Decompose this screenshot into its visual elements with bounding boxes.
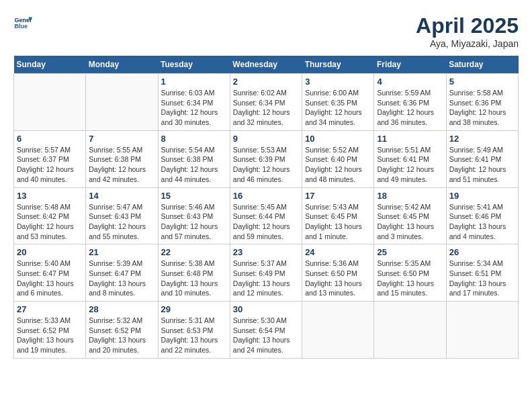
- calendar-cell: 4Sunrise: 5:59 AMSunset: 6:36 PMDaylight…: [374, 74, 446, 131]
- weekday-header-monday: Monday: [86, 56, 158, 74]
- calendar-cell: [374, 302, 446, 359]
- day-number: 1: [161, 77, 227, 87]
- calendar-cell: 7Sunrise: 5:55 AMSunset: 6:38 PMDaylight…: [86, 130, 158, 187]
- calendar-cell: 14Sunrise: 5:47 AMSunset: 6:43 PMDayligh…: [86, 187, 158, 244]
- day-number: 23: [233, 247, 299, 257]
- day-info: Sunrise: 5:35 AMSunset: 6:50 PMDaylight:…: [377, 259, 443, 298]
- day-info: Sunrise: 6:02 AMSunset: 6:34 PMDaylight:…: [233, 88, 299, 128]
- calendar-cell: 11Sunrise: 5:51 AMSunset: 6:41 PMDayligh…: [374, 130, 446, 187]
- week-row-3: 20Sunrise: 5:40 AMSunset: 6:47 PMDayligh…: [14, 244, 519, 302]
- calendar-cell: 12Sunrise: 5:49 AMSunset: 6:41 PMDayligh…: [446, 130, 518, 187]
- day-info: Sunrise: 5:30 AMSunset: 6:54 PMDaylight:…: [233, 316, 299, 355]
- weekday-header-thursday: Thursday: [302, 56, 374, 74]
- calendar-cell: 5Sunrise: 5:58 AMSunset: 6:36 PMDaylight…: [446, 74, 518, 131]
- day-info: Sunrise: 5:51 AMSunset: 6:41 PMDaylight:…: [377, 145, 443, 185]
- calendar-cell: [14, 74, 86, 131]
- calendar-cell: 1Sunrise: 6:03 AMSunset: 6:34 PMDaylight…: [158, 74, 230, 131]
- day-number: 5: [449, 77, 515, 87]
- day-info: Sunrise: 5:36 AMSunset: 6:50 PMDaylight:…: [305, 259, 371, 298]
- day-number: 7: [89, 134, 154, 144]
- day-info: Sunrise: 5:38 AMSunset: 6:48 PMDaylight:…: [161, 259, 227, 298]
- day-info: Sunrise: 5:53 AMSunset: 6:39 PMDaylight:…: [233, 145, 299, 185]
- day-info: Sunrise: 5:58 AMSunset: 6:36 PMDaylight:…: [449, 88, 515, 128]
- calendar-cell: 23Sunrise: 5:37 AMSunset: 6:49 PMDayligh…: [230, 244, 302, 302]
- day-number: 24: [305, 247, 371, 257]
- day-number: 16: [233, 191, 299, 201]
- day-number: 14: [89, 191, 154, 201]
- calendar-cell: 2Sunrise: 6:02 AMSunset: 6:34 PMDaylight…: [230, 74, 302, 131]
- day-number: 17: [305, 191, 371, 201]
- day-number: 9: [233, 134, 299, 144]
- day-number: 20: [17, 247, 83, 257]
- day-number: 8: [161, 134, 227, 144]
- day-info: Sunrise: 5:33 AMSunset: 6:52 PMDaylight:…: [17, 316, 83, 355]
- calendar-cell: 6Sunrise: 5:57 AMSunset: 6:37 PMDaylight…: [14, 130, 86, 187]
- day-info: Sunrise: 5:42 AMSunset: 6:45 PMDaylight:…: [377, 202, 443, 242]
- calendar-cell: 28Sunrise: 5:32 AMSunset: 6:52 PMDayligh…: [86, 302, 158, 359]
- svg-text:Blue: Blue: [14, 23, 28, 30]
- day-info: Sunrise: 5:41 AMSunset: 6:46 PMDaylight:…: [449, 202, 515, 242]
- day-info: Sunrise: 5:46 AMSunset: 6:43 PMDaylight:…: [161, 202, 227, 242]
- day-number: 10: [305, 134, 371, 144]
- calendar-cell: 19Sunrise: 5:41 AMSunset: 6:46 PMDayligh…: [446, 187, 518, 244]
- day-info: Sunrise: 5:43 AMSunset: 6:45 PMDaylight:…: [305, 202, 371, 242]
- calendar-table: SundayMondayTuesdayWednesdayThursdayFrid…: [13, 56, 519, 359]
- day-info: Sunrise: 5:52 AMSunset: 6:40 PMDaylight:…: [305, 145, 371, 185]
- calendar-cell: 30Sunrise: 5:30 AMSunset: 6:54 PMDayligh…: [230, 302, 302, 359]
- logo: General Blue: [13, 13, 32, 32]
- day-info: Sunrise: 5:40 AMSunset: 6:47 PMDaylight:…: [17, 259, 83, 298]
- calendar-cell: 25Sunrise: 5:35 AMSunset: 6:50 PMDayligh…: [374, 244, 446, 302]
- week-row-4: 27Sunrise: 5:33 AMSunset: 6:52 PMDayligh…: [14, 302, 519, 359]
- day-number: 19: [449, 191, 515, 201]
- day-number: 12: [449, 134, 515, 144]
- day-info: Sunrise: 5:45 AMSunset: 6:44 PMDaylight:…: [233, 202, 299, 242]
- calendar-cell: 15Sunrise: 5:46 AMSunset: 6:43 PMDayligh…: [158, 187, 230, 244]
- week-row-1: 6Sunrise: 5:57 AMSunset: 6:37 PMDaylight…: [14, 130, 519, 187]
- weekday-header-saturday: Saturday: [446, 56, 518, 74]
- calendar-cell: 3Sunrise: 6:00 AMSunset: 6:35 PMDaylight…: [302, 74, 374, 131]
- day-info: Sunrise: 5:55 AMSunset: 6:38 PMDaylight:…: [89, 145, 154, 185]
- weekday-header-tuesday: Tuesday: [158, 56, 230, 74]
- day-info: Sunrise: 5:47 AMSunset: 6:43 PMDaylight:…: [89, 202, 154, 242]
- day-number: 2: [233, 77, 299, 87]
- page-header: General Blue April 2025 Aya, Miyazaki, J…: [13, 13, 519, 49]
- day-info: Sunrise: 5:59 AMSunset: 6:36 PMDaylight:…: [377, 88, 443, 128]
- calendar-cell: 8Sunrise: 5:54 AMSunset: 6:38 PMDaylight…: [158, 130, 230, 187]
- day-info: Sunrise: 5:32 AMSunset: 6:52 PMDaylight:…: [89, 316, 154, 355]
- calendar-cell: 18Sunrise: 5:42 AMSunset: 6:45 PMDayligh…: [374, 187, 446, 244]
- day-number: 4: [377, 77, 443, 87]
- day-number: 27: [17, 304, 83, 314]
- day-number: 11: [377, 134, 443, 144]
- day-number: 30: [233, 304, 299, 314]
- day-number: 22: [161, 247, 227, 257]
- day-info: Sunrise: 5:31 AMSunset: 6:53 PMDaylight:…: [161, 316, 227, 355]
- day-info: Sunrise: 5:34 AMSunset: 6:51 PMDaylight:…: [449, 259, 515, 298]
- day-info: Sunrise: 6:00 AMSunset: 6:35 PMDaylight:…: [305, 88, 371, 128]
- calendar-cell: [86, 74, 158, 131]
- weekday-header-friday: Friday: [374, 56, 446, 74]
- month-title: April 2025: [416, 13, 519, 38]
- weekday-header-sunday: Sunday: [14, 56, 86, 74]
- day-info: Sunrise: 5:57 AMSunset: 6:37 PMDaylight:…: [17, 145, 83, 185]
- day-number: 13: [17, 191, 83, 201]
- day-number: 3: [305, 77, 371, 87]
- calendar-cell: 27Sunrise: 5:33 AMSunset: 6:52 PMDayligh…: [14, 302, 86, 359]
- calendar-cell: 17Sunrise: 5:43 AMSunset: 6:45 PMDayligh…: [302, 187, 374, 244]
- calendar-cell: 20Sunrise: 5:40 AMSunset: 6:47 PMDayligh…: [14, 244, 86, 302]
- calendar-cell: [446, 302, 518, 359]
- calendar-cell: 24Sunrise: 5:36 AMSunset: 6:50 PMDayligh…: [302, 244, 374, 302]
- day-number: 15: [161, 191, 227, 201]
- day-number: 18: [377, 191, 443, 201]
- calendar-cell: 10Sunrise: 5:52 AMSunset: 6:40 PMDayligh…: [302, 130, 374, 187]
- day-info: Sunrise: 5:48 AMSunset: 6:42 PMDaylight:…: [17, 202, 83, 242]
- calendar-cell: 22Sunrise: 5:38 AMSunset: 6:48 PMDayligh…: [158, 244, 230, 302]
- calendar-cell: 13Sunrise: 5:48 AMSunset: 6:42 PMDayligh…: [14, 187, 86, 244]
- day-number: 6: [17, 134, 83, 144]
- day-info: Sunrise: 5:54 AMSunset: 6:38 PMDaylight:…: [161, 145, 227, 185]
- calendar-cell: 21Sunrise: 5:39 AMSunset: 6:47 PMDayligh…: [86, 244, 158, 302]
- day-info: Sunrise: 6:03 AMSunset: 6:34 PMDaylight:…: [161, 88, 227, 128]
- weekday-header-row: SundayMondayTuesdayWednesdayThursdayFrid…: [14, 56, 519, 74]
- calendar-cell: 26Sunrise: 5:34 AMSunset: 6:51 PMDayligh…: [446, 244, 518, 302]
- calendar-body: 1Sunrise: 6:03 AMSunset: 6:34 PMDaylight…: [14, 74, 519, 359]
- day-number: 26: [449, 247, 515, 257]
